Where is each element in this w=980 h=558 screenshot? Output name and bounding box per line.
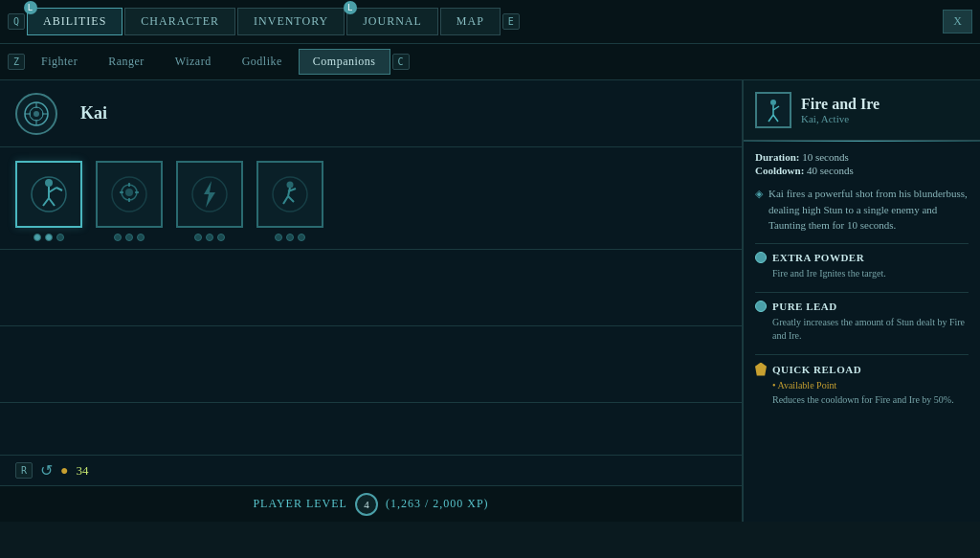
dot <box>298 234 305 241</box>
nav-left: Q ABILITIES CHARACTER INVENTORY JOURNAL … <box>8 8 520 35</box>
ability-icon-3[interactable] <box>176 161 243 228</box>
ability-dots-1 <box>33 234 64 241</box>
sub-tab-wizard[interactable]: Wizard <box>161 49 226 75</box>
detail-ability-title: Fire and Ire <box>801 96 880 113</box>
sub-tab-ranger[interactable]: Ranger <box>94 49 159 75</box>
c-key: C <box>392 54 410 70</box>
upgrade-dot-icon <box>755 252 767 263</box>
right-panel: Fire and Ire Kai, Active Duration: 10 se… <box>743 80 980 522</box>
gold-amount: 34 <box>77 463 89 479</box>
companion-name: Kai <box>80 103 107 123</box>
lock-icon <box>755 363 767 376</box>
upgrade-desc: Reduces the cooldown for Fire and Ire by… <box>755 393 969 407</box>
dot <box>114 234 122 241</box>
sub-tab-companions[interactable]: Companions <box>299 49 390 75</box>
dot <box>137 234 145 241</box>
sub-nav: Z Fighter Ranger Wizard Godlike Companio… <box>0 44 980 80</box>
svg-point-34 <box>770 100 776 105</box>
dot <box>286 234 294 241</box>
level-badge: 4 <box>355 493 378 516</box>
ability-slot-4[interactable] <box>256 161 323 241</box>
companion-row: Kai <box>0 80 742 147</box>
sub-tab-godlike[interactable]: Godlike <box>228 49 297 75</box>
dot <box>125 234 133 241</box>
upgrade-desc: Greatly increases the amount of Stun dea… <box>755 316 969 343</box>
tab-journal[interactable]: JOURNAL <box>346 8 438 35</box>
top-nav: Q ABILITIES CHARACTER INVENTORY JOURNAL … <box>0 0 980 44</box>
upgrade-dot-icon <box>755 301 767 312</box>
dot <box>217 234 225 241</box>
tab-inventory[interactable]: INVENTORY <box>237 8 345 35</box>
svg-point-18 <box>125 189 133 196</box>
gold-icon: ● <box>60 463 68 479</box>
upgrade-desc: Fire and Ire Ignites the target. <box>755 267 969 280</box>
close-button[interactable]: X <box>943 10 972 33</box>
left-panel: Kai <box>0 80 743 522</box>
svg-rect-26 <box>269 173 311 215</box>
reset-icon: ↺ <box>40 461 53 480</box>
svg-point-28 <box>287 182 294 189</box>
bottom-bar: PLAYER LEVEL 4 (1,263 / 2,000 XP) <box>0 485 742 522</box>
ability-icon-4[interactable] <box>256 161 323 228</box>
ability-detail-header: Fire and Ire Kai, Active <box>744 80 980 141</box>
z-key: Z <box>8 54 25 70</box>
ability-slot-2[interactable] <box>96 161 163 241</box>
upgrade-quick-reload[interactable]: QUICK RELOAD • Available Point Reduces t… <box>755 354 969 407</box>
tab-map[interactable]: MAP <box>440 8 501 35</box>
companion-avatar <box>15 93 57 135</box>
detail-title-block: Fire and Ire Kai, Active <box>801 96 880 124</box>
ability-dots-3 <box>194 234 225 241</box>
detail-body: Duration: 10 seconds Cooldown: 40 second… <box>744 142 980 428</box>
svg-point-9 <box>45 179 53 187</box>
dot <box>56 234 64 241</box>
bottom-controls-row: R ↺ ● 34 <box>0 455 742 485</box>
detail-ability-subtitle: Kai, Active <box>801 113 880 124</box>
ability-dots-4 <box>275 234 305 241</box>
dot <box>206 234 213 241</box>
nav-right: X <box>943 10 972 33</box>
empty-row-1 <box>0 250 742 326</box>
dot <box>45 234 53 241</box>
sub-tab-fighter[interactable]: Fighter <box>27 49 92 75</box>
upgrade-extra-powder[interactable]: EXTRA POWDER Fire and Ire Ignites the ta… <box>755 243 969 280</box>
upgrade-header: PURE LEAD <box>755 301 969 312</box>
dot <box>194 234 202 241</box>
xp-display: (1,263 / 2,000 XP) <box>386 497 489 511</box>
upgrade-section: EXTRA POWDER Fire and Ire Ignites the ta… <box>755 243 969 407</box>
upgrade-name: PURE LEAD <box>772 301 837 312</box>
ability-dots-2 <box>114 234 145 241</box>
e-key: E <box>502 13 520 30</box>
r-key: R <box>15 462 33 479</box>
abilities-row <box>0 147 742 250</box>
player-level-label: PLAYER LEVEL <box>253 497 347 511</box>
dot <box>33 234 41 241</box>
upgrade-name: EXTRA POWDER <box>772 252 864 263</box>
detail-description: Kai fires a powerful shot from his blund… <box>755 186 969 234</box>
ability-icon-fire-ire[interactable] <box>15 161 82 228</box>
detail-cooldown: Cooldown: 40 seconds <box>755 165 969 176</box>
q-key: Q <box>8 13 25 30</box>
main-content: Kai <box>0 80 980 522</box>
detail-ability-icon <box>755 92 791 128</box>
detail-duration: Duration: 10 seconds <box>755 151 969 163</box>
ability-slot-3[interactable] <box>176 161 243 241</box>
upgrade-header: QUICK RELOAD <box>755 363 969 376</box>
available-point-label: • Available Point <box>755 380 969 391</box>
tab-abilities[interactable]: ABILITIES <box>27 8 122 35</box>
upgrade-header: EXTRA POWDER <box>755 252 969 263</box>
upgrade-pure-lead[interactable]: PURE LEAD Greatly increases the amount o… <box>755 292 969 343</box>
ability-slot-1[interactable] <box>15 161 82 241</box>
tab-character[interactable]: CHARACTER <box>124 8 235 35</box>
ability-icon-2[interactable] <box>96 161 163 228</box>
empty-row-2 <box>0 326 742 403</box>
upgrade-name: QUICK RELOAD <box>772 364 861 375</box>
dot <box>275 234 282 241</box>
svg-point-2 <box>33 111 39 117</box>
